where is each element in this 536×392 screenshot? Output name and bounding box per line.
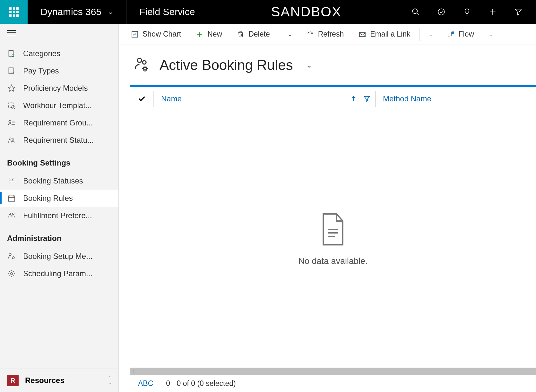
- sidebar-item-label: Booking Statuses: [23, 176, 83, 185]
- scroll-left-icon: ‹: [133, 369, 134, 374]
- calendar-clock-icon: [7, 101, 16, 110]
- sidebar-item-pay-types[interactable]: Pay Types: [0, 62, 118, 80]
- brand-label: Dynamics 365: [40, 6, 101, 17]
- area-badge: R: [7, 375, 19, 386]
- svg-point-35: [144, 67, 147, 70]
- waffle-icon: [9, 7, 19, 17]
- flag-icon: [7, 176, 16, 185]
- command-bar: Show Chart New Delete ⌄ Refresh Email a …: [119, 24, 536, 45]
- person-list-icon: [7, 118, 16, 127]
- sidebar-item-categories[interactable]: Categories: [0, 45, 118, 62]
- empty-document-icon: [319, 212, 347, 248]
- sidebar-item-requirement-groups[interactable]: Requirement Grou...: [0, 114, 118, 132]
- sidebar-item-requirement-statuses[interactable]: Requirement Statu...: [0, 132, 118, 149]
- data-grid: Name Method Name No data available. ‹: [130, 85, 536, 392]
- column-header-name[interactable]: Name: [154, 91, 350, 107]
- svg-point-24: [9, 253, 11, 256]
- view-selector-dropdown[interactable]: ⌄: [306, 61, 312, 70]
- brand-switcher[interactable]: Dynamics 365 ⌄: [28, 0, 126, 24]
- plus-icon: [196, 30, 203, 38]
- svg-rect-7: [9, 68, 13, 73]
- delete-dropdown[interactable]: ⌄: [282, 28, 298, 41]
- sidebar-item-workhour-templates[interactable]: Workhour Templat...: [0, 97, 118, 114]
- sort-ascending-icon[interactable]: [350, 95, 357, 102]
- empty-message: No data available.: [298, 256, 367, 266]
- column-name-controls: [350, 91, 376, 107]
- email-link-button[interactable]: Email a Link: [353, 27, 416, 42]
- lightbulb-icon: [463, 8, 471, 16]
- funnel-icon: [514, 8, 523, 16]
- gear-icon: [7, 269, 16, 278]
- show-chart-button[interactable]: Show Chart: [125, 27, 187, 42]
- task-button[interactable]: [430, 0, 453, 24]
- sidebar-item-booking-statuses[interactable]: Booking Statuses: [0, 172, 118, 190]
- flow-button[interactable]: Flow: [441, 27, 480, 42]
- document-person-icon: [7, 66, 16, 75]
- sidebar-item-label: Requirement Grou...: [23, 118, 93, 127]
- svg-point-34: [143, 61, 146, 64]
- trash-icon: [237, 30, 245, 38]
- horizontal-scrollbar[interactable]: ‹: [130, 368, 536, 375]
- assistant-button[interactable]: [456, 0, 478, 24]
- flow-icon: [447, 30, 455, 38]
- email-icon: [359, 30, 366, 38]
- sidebar-item-label: Booking Rules: [23, 194, 73, 203]
- people-icon: [7, 136, 16, 145]
- flow-dropdown[interactable]: ⌄: [483, 28, 498, 41]
- sidebar-item-label: Requirement Statu...: [23, 136, 94, 145]
- sidebar-item-booking-setup-metadata[interactable]: Booking Setup Me...: [0, 248, 118, 265]
- nav-icon-group: [404, 0, 536, 24]
- svg-line-1: [417, 13, 419, 15]
- alpha-jump-button[interactable]: ABC: [138, 379, 153, 388]
- cmd-label: Flow: [459, 30, 474, 38]
- svg-point-26: [11, 273, 13, 275]
- refresh-button[interactable]: Refresh: [301, 27, 350, 42]
- star-icon: [7, 84, 16, 93]
- hamburger-icon: [7, 30, 16, 35]
- calendar-icon: [7, 194, 16, 203]
- top-nav: Dynamics 365 ⌄ Field Service SANDBOX: [0, 0, 536, 24]
- filter-icon[interactable]: [363, 95, 370, 102]
- people-gear-icon: [7, 252, 16, 261]
- search-button[interactable]: [404, 0, 427, 24]
- cmd-label: Refresh: [318, 30, 344, 38]
- module-label[interactable]: Field Service: [126, 0, 208, 24]
- view-header: Active Booking Rules ⌄: [119, 45, 536, 85]
- people-gear-icon: [133, 56, 150, 74]
- sidebar-item-label: Pay Types: [23, 66, 59, 75]
- area-label: Resources: [25, 376, 102, 385]
- checkmark-circle-icon: [437, 8, 445, 16]
- refresh-icon: [307, 30, 314, 38]
- select-all-checkbox[interactable]: [130, 91, 154, 107]
- filter-button[interactable]: [507, 0, 530, 24]
- sidebar-item-fulfillment-preferences[interactable]: Fulfillment Prefere...: [0, 207, 118, 224]
- svg-rect-32: [452, 32, 454, 34]
- cmd-label: Email a Link: [370, 30, 410, 38]
- email-dropdown[interactable]: ⌄: [423, 28, 438, 41]
- sidebar-scroll[interactable]: Categories Pay Types Proficiency Models …: [0, 42, 118, 369]
- sidebar-item-label: Categories: [23, 49, 60, 58]
- cmd-label: Delete: [248, 30, 270, 38]
- app-launcher-button[interactable]: [0, 0, 28, 24]
- grid-header-row: Name Method Name: [130, 87, 536, 110]
- new-button[interactable]: New: [190, 27, 228, 42]
- content-area: Show Chart New Delete ⌄ Refresh Email a …: [119, 24, 536, 392]
- svg-point-2: [438, 9, 445, 15]
- area-switcher[interactable]: R Resources ⌃⌄: [0, 369, 118, 392]
- grid-body: No data available.: [130, 110, 536, 368]
- plus-icon: [488, 8, 497, 16]
- add-button[interactable]: [481, 0, 504, 24]
- people-swap-icon: [7, 211, 16, 220]
- column-header-method-name[interactable]: Method Name: [376, 91, 536, 107]
- sidebar-toggle-button[interactable]: [0, 24, 118, 42]
- checkmark-icon: [138, 95, 146, 103]
- svg-rect-18: [8, 196, 15, 201]
- svg-point-23: [13, 213, 14, 215]
- sidebar-item-booking-rules[interactable]: Booking Rules: [0, 190, 118, 207]
- delete-button[interactable]: Delete: [231, 27, 275, 42]
- svg-point-22: [9, 213, 11, 215]
- area-chevron-icon: ⌃⌄: [108, 376, 111, 385]
- sidebar-item-label: Workhour Templat...: [23, 101, 92, 110]
- sidebar-item-proficiency-models[interactable]: Proficiency Models: [0, 80, 118, 97]
- sidebar-item-scheduling-parameters[interactable]: Scheduling Param...: [0, 265, 118, 282]
